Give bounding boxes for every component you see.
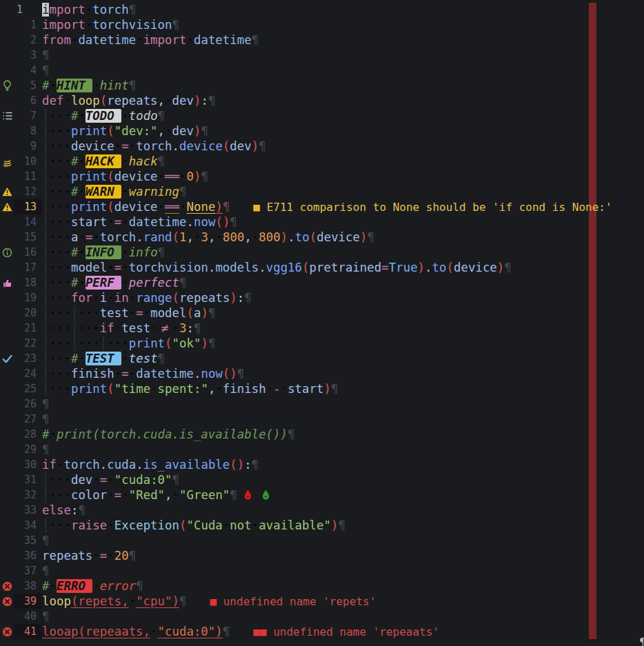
code-line[interactable]: 35¶: [0, 533, 644, 548]
line-text: loop(repets,·"cpu")¶■ undefined name 're…: [42, 594, 644, 609]
code-line[interactable]: 25│···print("time·spent:",·finish·-·star…: [0, 381, 644, 396]
sign-column: [0, 139, 14, 154]
line-text: looap(repeaats,·"cuda:0")¶■■ undefined n…: [42, 624, 644, 639]
line-text: import·torch¶: [42, 2, 644, 17]
code-line[interactable]: 38#·ERRO ·error¶: [0, 578, 644, 594]
line-text: │···a·=·torch.rand(1,·3,·800,·800).to(de…: [42, 230, 644, 245]
code-line[interactable]: 11│···print(device·══·0)¶: [0, 169, 644, 184]
code-line[interactable]: 37¶: [0, 563, 644, 578]
line-number: 9: [14, 139, 42, 154]
line-number: 4: [14, 63, 42, 78]
line-text: │···print(device·══·0)¶: [42, 169, 644, 184]
code-line[interactable]: 6def·loop(repeats,·dev):¶: [0, 93, 644, 108]
diagnostic-virtual-text: ■ undefined name 'repets': [210, 595, 376, 608]
line-number: 7: [14, 108, 42, 123]
code-line[interactable]: 30if·torch.cuda.is_available():¶: [0, 457, 644, 472]
diagnostic-virtual-text: ■■ undefined name 'repeaats': [253, 625, 439, 638]
code-line[interactable]: 12│···#·WARN ·warning¶: [0, 184, 644, 199]
code-line[interactable]: 22│···│···│···print("ok")¶: [0, 336, 644, 351]
sign-column: [0, 305, 14, 321]
line-number: 12: [14, 184, 42, 199]
error-icon: [0, 578, 14, 594]
code-line[interactable]: 4¶: [0, 63, 644, 78]
code-line[interactable]: 36repeats·=·20¶: [0, 548, 644, 563]
sign-column: [0, 412, 14, 427]
line-number: 32: [14, 487, 42, 503]
line-text: ¶: [42, 563, 644, 578]
code-buffer: 1import·torch¶1import·torchvision¶2from·…: [0, 2, 644, 639]
line-number: 8: [14, 123, 42, 139]
code-line[interactable]: 31│···dev·=·"cuda:0"¶: [0, 472, 644, 487]
code-line[interactable]: 41looap(repeaats,·"cuda:0")¶■■ undefined…: [0, 624, 644, 639]
line-text: │···model·=·torchvision.models.vgg16(pre…: [42, 260, 644, 275]
code-line[interactable]: 23│···#·TEST ·test¶: [0, 351, 644, 366]
error-icon: [0, 594, 14, 609]
line-number: 13: [14, 199, 42, 214]
line-number: 23: [14, 351, 42, 366]
code-line[interactable]: 8│···print("dev:",·dev)¶: [0, 123, 644, 139]
code-line[interactable]: 21│···│···if·test·≠·3:¶: [0, 321, 644, 336]
code-line[interactable]: 9│···device·=·torch.device(dev)¶: [0, 139, 644, 154]
code-line[interactable]: 13│···print(device·══·None)¶■ E711 compa…: [0, 199, 644, 214]
code-line[interactable]: 7│···#·TODO ·todo¶: [0, 108, 644, 123]
line-number: 29: [14, 442, 42, 457]
code-line[interactable]: 39loop(repets,·"cpu")¶■ undefined name '…: [0, 594, 644, 609]
line-number: 18: [14, 275, 42, 290]
line-text: │···#·PERF ·perfect¶: [42, 275, 644, 290]
lightbulb-icon: [0, 78, 14, 93]
line-number: 20: [14, 305, 42, 321]
scroll-indicator: ¶: [639, 636, 644, 646]
line-text: │···print("dev:",·dev)¶: [42, 123, 644, 139]
warning-icon: [0, 199, 14, 214]
code-line[interactable]: 24│···finish·=·datetime.now()¶: [0, 366, 644, 381]
code-line[interactable]: 27¶: [0, 412, 644, 427]
line-text: │···raise·Exception("Cuda·not·available"…: [42, 518, 644, 533]
sign-column: [0, 169, 14, 184]
code-line[interactable]: 14│···start·=·datetime.now()¶: [0, 214, 644, 230]
sign-column: [0, 93, 14, 108]
sign-column: [0, 2, 14, 17]
line-number: 21: [14, 321, 42, 336]
line-number: 34: [14, 518, 42, 533]
code-line[interactable]: 40¶: [0, 609, 644, 624]
warning-icon: [0, 184, 14, 199]
list-icon: [0, 108, 14, 123]
code-line[interactable]: 26¶: [0, 396, 644, 412]
code-line[interactable]: 19│···for·i·in·range(repeats):¶: [0, 290, 644, 305]
code-line[interactable]: 5#·HINT ·hint¶: [0, 78, 644, 93]
code-line[interactable]: 18│···#·PERF ·perfect¶: [0, 275, 644, 290]
code-line[interactable]: 32│···color·=·"Red",·"Green"¶: [0, 487, 644, 503]
code-line[interactable]: 2from·datetime·import·datetime¶: [0, 32, 644, 48]
line-text: │···print(device·══·None)¶■ E711 compari…: [42, 199, 644, 214]
neovim-editor: 1import·torch¶1import·torchvision¶2from·…: [0, 0, 644, 646]
sign-column: [0, 427, 14, 442]
code-line[interactable]: 15│···a·=·torch.rand(1,·3,·800,·800).to(…: [0, 230, 644, 245]
code-line[interactable]: 29¶: [0, 442, 644, 457]
sign-column: [0, 609, 14, 624]
code-line[interactable]: 10│···#·HACK ·hack¶: [0, 154, 644, 169]
sign-column: [0, 381, 14, 396]
code-line[interactable]: 33else:¶: [0, 503, 644, 518]
check-icon: [0, 351, 14, 366]
code-line[interactable]: 17│···model·=·torchvision.models.vgg16(p…: [0, 260, 644, 275]
line-text: │···#·HACK ·hack¶: [42, 154, 644, 169]
code-line[interactable]: 1import·torch¶: [0, 2, 644, 17]
line-number: 5: [14, 78, 42, 93]
line-text: │···#·WARN ·warning¶: [42, 184, 644, 199]
code-line[interactable]: 20│···│···test·=·model(a)¶: [0, 305, 644, 321]
code-line[interactable]: 3¶: [0, 48, 644, 63]
line-number: 3: [14, 48, 42, 63]
line-text: #·HINT ·hint¶: [42, 78, 644, 93]
code-line[interactable]: 34│···raise·Exception("Cuda·not·availabl…: [0, 518, 644, 533]
sign-column: [0, 396, 14, 412]
line-number: 41: [14, 624, 42, 639]
code-line[interactable]: 16│···#·INFO ·info¶: [0, 245, 644, 260]
code-line[interactable]: 1import·torchvision¶: [0, 17, 644, 32]
sign-column: [0, 123, 14, 139]
line-number: 15: [14, 230, 42, 245]
sign-column: [0, 533, 14, 548]
sign-column: [0, 260, 14, 275]
code-line[interactable]: 28#·print(torch.cuda.is_available())¶: [0, 427, 644, 442]
sign-column: [0, 366, 14, 381]
sign-column: [0, 290, 14, 305]
